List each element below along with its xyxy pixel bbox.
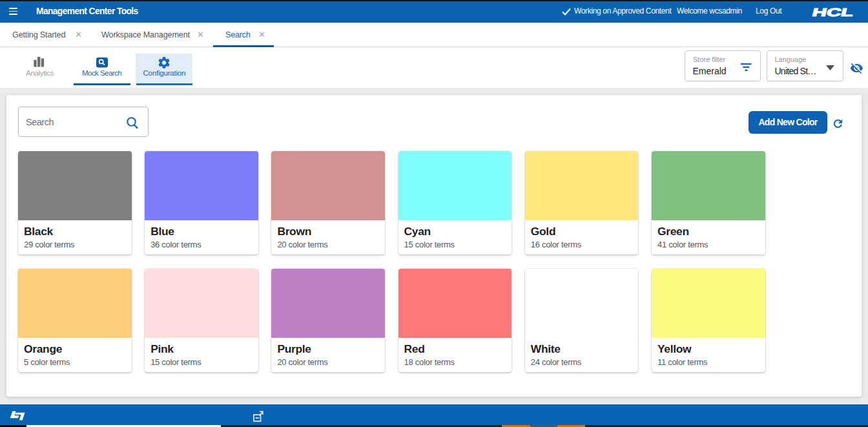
svg-text:HCL: HCL [811, 6, 855, 19]
